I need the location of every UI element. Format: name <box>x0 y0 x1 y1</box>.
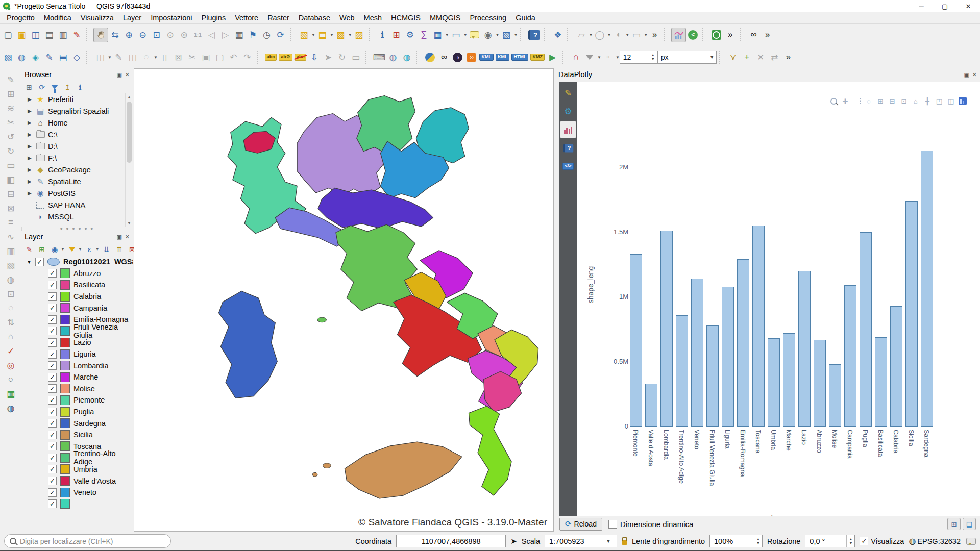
tool-curve-icon[interactable]: ∿ <box>4 230 18 244</box>
panel-splitter[interactable]: ● ● ● ● ● ● <box>21 227 133 231</box>
tool-redo-icon[interactable]: ↻ <box>4 144 18 158</box>
plot-code-tab[interactable]: </> <box>560 158 576 174</box>
layer-item-abruzzo[interactable]: ✓Abruzzo <box>21 268 133 280</box>
spinner-arrows-icon[interactable]: ▲▼ <box>754 535 762 547</box>
filter-browser-button[interactable] <box>49 82 60 93</box>
plot-bar-veneto[interactable] <box>691 279 703 427</box>
save-edits-button[interactable]: ◫ <box>126 51 139 64</box>
layer-item-trentino-alto-adige[interactable]: ✓Trentino-Alto Adige <box>21 452 133 464</box>
layer-group-row[interactable]: ▼✓Reg01012021_WGS84 <box>21 256 133 268</box>
plotly-hover-closest-icon[interactable]: ◳ <box>935 97 943 105</box>
browser-item-postgis[interactable]: ▶◉PostGIS <box>21 187 126 199</box>
layer-checkbox[interactable]: ✓ <box>48 499 57 508</box>
plotly-lasso-select-icon[interactable]: ◌ <box>865 97 873 105</box>
menu-item-vettore[interactable]: Vettore <box>230 13 263 23</box>
layer-item-molise[interactable]: ✓Molise <box>21 383 133 395</box>
osm-camera-button[interactable]: ⊙ <box>464 51 478 64</box>
topology-checker-icon[interactable]: ◎ <box>4 358 18 372</box>
dropdown-arrow-icon[interactable]: ▼ <box>95 247 100 252</box>
layer-checkbox[interactable]: ✓ <box>48 408 57 416</box>
mouse-position-icon[interactable]: ➤ <box>510 537 517 546</box>
new-print-layout-button[interactable]: ▤ <box>42 28 56 42</box>
layer-checkbox[interactable]: ✓ <box>48 269 57 278</box>
plotly-zoom-in-icon[interactable]: ⊞ <box>876 97 885 105</box>
tool-home-icon[interactable]: ⌂ <box>4 330 18 344</box>
tool-sphere-icon[interactable]: ◍ <box>4 272 18 287</box>
layer-item-basilicata[interactable]: ✓Basilicata <box>21 279 133 291</box>
menu-item-impostazioni[interactable]: Impostazioni <box>146 13 197 23</box>
plotly-box-select-icon[interactable] <box>853 97 861 105</box>
digitize-ellipse-tool[interactable]: ◖ <box>611 28 625 42</box>
toolbar-overflow-chevron-3[interactable]: » <box>761 28 774 42</box>
dropdown-arrow-icon[interactable]: ▼ <box>445 33 449 37</box>
layer-checkbox[interactable]: ✓ <box>48 465 57 473</box>
layer-checkbox[interactable]: ✓ <box>48 281 57 289</box>
label-disable-button[interactable]: abc <box>293 51 308 64</box>
zoom-to-layer-tool[interactable]: ⊚ <box>177 28 191 42</box>
osm-search-button[interactable]: ∞ <box>437 51 451 64</box>
resize-plot-button[interactable]: ⊞ <box>947 518 961 530</box>
plot-bar-toscana[interactable] <box>752 226 765 427</box>
label-move-button[interactable]: ➤ <box>321 51 335 64</box>
close-panel-icon[interactable]: ✕ <box>125 234 130 240</box>
plot-bar-molise[interactable] <box>829 364 841 427</box>
plot-bar-campania[interactable] <box>844 285 856 427</box>
plot-bar-friuli-venezia-giulia[interactable] <box>706 325 719 427</box>
layer-checkbox[interactable]: ✓ <box>48 488 57 497</box>
select-features-by-value-tool[interactable]: ▤ <box>315 28 329 42</box>
spinner-arrows-icon[interactable]: ▲▼ <box>846 535 854 547</box>
open-attribute-table-button[interactable]: ▦ <box>431 28 445 42</box>
style-v-button[interactable]: ⋎ <box>726 51 740 64</box>
zoom-native-resolution-tool[interactable]: 1:1 <box>191 28 205 42</box>
clear-style-button[interactable]: ✕ <box>754 51 768 64</box>
plotly-logo[interactable] <box>959 97 967 105</box>
select-features-by-rectangle-tool[interactable]: ▧ <box>297 28 311 42</box>
label-settings-button[interactable]: ab⚙ <box>278 51 293 64</box>
tool-rect-icon[interactable]: ▭ <box>4 158 18 172</box>
layer-item-valle-d-aosta[interactable]: ✓Valle d'Aosta <box>21 475 133 487</box>
deselect-features-tool[interactable]: ▩ <box>334 28 348 42</box>
expander-icon[interactable]: ▶ <box>28 155 33 161</box>
expand-all-button[interactable]: ⇊ <box>101 244 112 255</box>
scroll-up-icon[interactable]: ▲ <box>126 93 133 101</box>
layer-checkbox[interactable]: ✓ <box>48 442 57 450</box>
tool-lines-icon[interactable]: ≡ <box>4 215 18 230</box>
tool-table-icon[interactable]: ▥ <box>4 244 18 258</box>
browser-item-d-[interactable]: ▶D:\ <box>21 140 126 152</box>
digitize-shape-tool[interactable]: ▱ <box>574 28 588 42</box>
browser-item-spatialite[interactable]: ▶✎SpatiaLite <box>21 176 126 187</box>
plot-bar-trentino-alto-adige[interactable] <box>676 315 688 427</box>
filter-expression-button[interactable]: ε <box>84 244 95 255</box>
dropdown-arrow-icon[interactable]: ▼ <box>154 55 158 60</box>
dropdown-arrow-icon[interactable]: ▼ <box>496 33 500 37</box>
new-mesh-layer-button[interactable]: ▤ <box>56 51 70 64</box>
swatch-button[interactable]: ▫ <box>601 51 615 64</box>
layer-checkbox[interactable]: ✓ <box>48 315 57 324</box>
render-option[interactable]: ✓ Visualizza <box>860 537 904 545</box>
share-button[interactable]: < <box>686 28 700 42</box>
layer-checkbox[interactable]: ✓ <box>48 419 57 428</box>
quickmapservices-button[interactable] <box>709 28 723 42</box>
map-tips-button[interactable] <box>468 28 481 42</box>
tool-half-square-icon[interactable]: ◧ <box>4 172 18 187</box>
plot-bar-umbria[interactable] <box>768 338 780 427</box>
web-globe-icon[interactable]: ◍ <box>4 401 18 415</box>
dropdown-arrow-icon[interactable]: ▼ <box>644 33 648 37</box>
dynamic-size-option[interactable]: Dimensione dinamica <box>608 520 693 529</box>
menu-item-hcmgis[interactable]: HCMGIS <box>386 13 425 23</box>
browser-item-home[interactable]: ▶⌂Home <box>21 117 126 129</box>
tool-hatch-icon[interactable]: ▧ <box>4 258 18 272</box>
rotation-spinner[interactable]: 0,0 ° ▲▼ <box>805 535 855 547</box>
current-edits-button[interactable]: ◫ <box>93 51 107 64</box>
menu-item-database[interactable]: Database <box>294 13 335 23</box>
run-feature-action-tool[interactable]: ⊞ <box>389 28 403 42</box>
coordinate-input[interactable]: 1107007,4866898 <box>396 535 506 547</box>
float-panel-icon[interactable]: ▣ <box>116 71 121 78</box>
layer-checkbox[interactable]: ✓ <box>48 454 57 462</box>
browser-item-geopackage[interactable]: ▶◆GeoPackage <box>21 164 126 176</box>
reload-button[interactable]: ⟳ Reload <box>559 518 602 531</box>
expander-icon[interactable]: ▶ <box>28 179 33 184</box>
add-record-button[interactable]: ▯ <box>158 51 172 64</box>
digitize-rectangle-tool[interactable]: ▭ <box>629 28 643 42</box>
tool-wave-icon[interactable]: ≋ <box>4 101 18 115</box>
